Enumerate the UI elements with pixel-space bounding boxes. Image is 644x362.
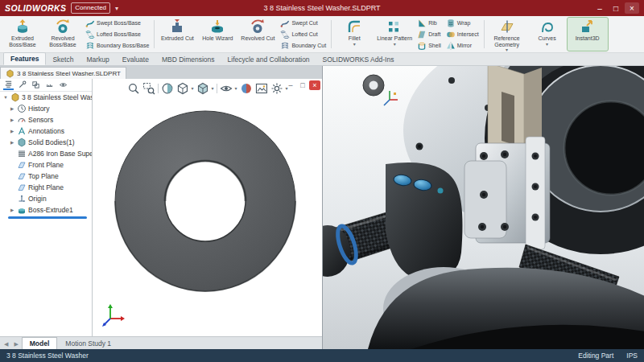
- intersect-button[interactable]: Intersect: [444, 29, 481, 39]
- rib-button[interactable]: Rib: [415, 18, 443, 28]
- maximize-button[interactable]: □: [609, 2, 623, 14]
- mirror-icon: [446, 41, 456, 51]
- wrap-button[interactable]: Wrap: [444, 18, 481, 28]
- doc-close-button[interactable]: ×: [309, 80, 320, 90]
- ribbon-tab-evaluate[interactable]: Evaluate: [116, 54, 155, 65]
- status-units[interactable]: IPS: [626, 352, 638, 360]
- tree-item-material[interactable]: ▶ A286 Iron Base Superalloy: [0, 148, 92, 159]
- instant3d-icon: [580, 19, 596, 35]
- display-style-icon[interactable]: [196, 82, 208, 95]
- configurationmanager-tab[interactable]: [31, 80, 41, 90]
- tab-scroll-right-icon[interactable]: ▶: [11, 341, 20, 349]
- lofted-cut-button[interactable]: Lofted Cut: [279, 29, 328, 39]
- graphics-viewport[interactable]: ▾ ▾ ▾ ▾ – □ ×: [93, 79, 322, 336]
- dropdown-caret-icon[interactable]: ▾: [191, 86, 193, 91]
- reference-geometry-button[interactable]: Reference Geometry ▾: [487, 18, 527, 51]
- history-icon: [17, 104, 27, 113]
- doc-restore-button[interactable]: □: [297, 80, 308, 90]
- expand-arrow-icon[interactable]: ▶: [9, 129, 15, 134]
- document-tab[interactable]: 3 8 Stainless Steel Washer.SLDPRT: [0, 67, 126, 79]
- tree-root[interactable]: ▼ 3 8 Stainless Steel Washer (test washe…: [0, 92, 92, 103]
- ribbon-tab-markup[interactable]: Markup: [80, 54, 115, 65]
- tree-item-solid-bodies[interactable]: ▶ Solid Bodies(1): [0, 137, 92, 148]
- tree-item-history[interactable]: ▶ History: [0, 103, 92, 114]
- expand-arrow-icon[interactable]: ▶: [9, 106, 15, 111]
- washer-model[interactable]: [93, 79, 322, 336]
- motion-study-tab[interactable]: Motion Study 1: [58, 337, 118, 349]
- minimize-button[interactable]: –: [592, 2, 607, 14]
- hole-wizard-button[interactable]: Hole Wizard: [197, 18, 237, 51]
- curves-button[interactable]: Curves ▾: [527, 18, 568, 51]
- dropdown-caret-icon[interactable]: ▾: [211, 86, 213, 91]
- pattern-group: Fillet ▾ Linear Pattern ▾ Rib Draft: [334, 18, 481, 51]
- expand-arrow-icon[interactable]: ▶: [9, 117, 15, 122]
- design-tree-tab[interactable]: [3, 80, 14, 90]
- solidworks-window: SOLIDWORKS Connected ▾ 3 8 Stainless Ste…: [0, 0, 644, 362]
- button-label: Fillet: [349, 35, 361, 42]
- expand-arrow-icon[interactable]: ▼: [2, 95, 9, 100]
- dropdown-caret-icon[interactable]: ▾: [394, 42, 396, 47]
- dropdown-caret-icon[interactable]: ▾: [235, 86, 237, 91]
- draft-button[interactable]: Draft: [415, 29, 443, 39]
- heads-up-view-toolbar: ▾ ▾ ▾ ▾: [123, 81, 291, 96]
- boundary-boss-base-button[interactable]: Boundary Boss/Base: [84, 40, 151, 51]
- extruded-cut-button[interactable]: Extruded Cut: [157, 18, 197, 51]
- button-label: Shell: [428, 43, 441, 49]
- boundary-cut-button[interactable]: Boundary Cut: [279, 40, 328, 51]
- doc-minimize-button[interactable]: –: [285, 80, 296, 90]
- fillet-button[interactable]: Fillet ▾: [334, 18, 374, 51]
- hide-show-items-icon[interactable]: [220, 82, 233, 95]
- propertymanager-tab[interactable]: [17, 80, 27, 90]
- ribbon-tab-sketch[interactable]: Sketch: [46, 54, 80, 65]
- dimxpertmanager-tab[interactable]: [44, 80, 55, 90]
- curves-icon: [539, 19, 555, 35]
- button-label: Curves: [539, 35, 556, 42]
- tree-item-front-plane[interactable]: ▶ Front Plane: [0, 159, 92, 171]
- ribbon-tab-lifecycle-collaboration[interactable]: Lifecycle and Collaboration: [221, 54, 316, 65]
- cut-small-column: Swept Cut Lofted Cut Boundary Cut: [278, 18, 328, 51]
- view-orientation-icon[interactable]: [175, 82, 188, 95]
- section-view-icon[interactable]: [160, 82, 173, 95]
- shell-button[interactable]: Shell: [415, 40, 443, 51]
- dropdown-caret-icon[interactable]: ▾: [546, 42, 548, 47]
- close-button[interactable]: ×: [625, 2, 639, 14]
- lofted-boss-base-button[interactable]: Lofted Boss/Base: [84, 29, 151, 39]
- view-settings-icon[interactable]: [270, 82, 283, 95]
- expand-arrow-icon[interactable]: ▶: [9, 208, 15, 212]
- swept-boss-base-button[interactable]: Swept Boss/Base: [84, 18, 151, 28]
- extruded-boss-base-icon: [14, 19, 31, 35]
- revolved-boss-base-button[interactable]: Revolved Boss/Base: [43, 18, 83, 51]
- document-tab-bar: 3 8 Stainless Steel Washer.SLDPRT: [0, 66, 322, 79]
- ribbon-tab-features[interactable]: Features: [3, 52, 46, 65]
- tree-item-annotations[interactable]: ▶ Annotations: [0, 125, 92, 137]
- zoom-fit-icon[interactable]: [126, 82, 139, 95]
- tree-item-right-plane[interactable]: ▶ Right Plane: [0, 182, 92, 193]
- instant3d-button[interactable]: Instant3D: [568, 18, 608, 51]
- menu-caret-icon[interactable]: ▾: [115, 5, 118, 12]
- tree-item-sensors[interactable]: ▶ Sensors: [0, 114, 92, 125]
- tab-scroll-left-icon[interactable]: ◀: [2, 341, 10, 349]
- edit-appearance-icon[interactable]: [240, 82, 253, 95]
- extruded-boss-base-button[interactable]: Extruded Boss/Base: [2, 18, 43, 51]
- swept-cut-button[interactable]: Swept Cut: [279, 18, 328, 28]
- mirror-button[interactable]: Mirror: [444, 40, 481, 51]
- intersect-icon: [446, 30, 456, 39]
- apply-scene-icon[interactable]: [255, 82, 268, 95]
- displaymanager-tab[interactable]: [58, 80, 68, 90]
- tree-item-top-plane[interactable]: ▶ Top Plane: [0, 171, 92, 182]
- dropdown-caret-icon[interactable]: ▾: [506, 47, 508, 52]
- tree-item-label: Right Plane: [28, 183, 64, 191]
- tree-item-origin[interactable]: ▶ Origin: [0, 193, 92, 204]
- status-editing-mode: Editing Part: [578, 352, 613, 360]
- dropdown-caret-icon[interactable]: ▾: [353, 42, 356, 47]
- model-tab[interactable]: Model: [22, 337, 58, 349]
- expand-arrow-icon[interactable]: ▶: [9, 140, 15, 145]
- ribbon-tab-solidworks-add-ins[interactable]: SOLIDWORKS Add-Ins: [316, 54, 401, 65]
- tree-item-boss-extrude1[interactable]: ▶ Boss-Extrude1: [0, 204, 92, 216]
- ribbon-tab-mbd-dimensions[interactable]: MBD Dimensions: [155, 54, 221, 65]
- zoom-to-area-icon[interactable]: [142, 82, 155, 95]
- rollback-bar[interactable]: [8, 216, 87, 219]
- linear-pattern-button[interactable]: Linear Pattern ▾: [374, 18, 415, 51]
- revolved-cut-button[interactable]: Revolved Cut: [237, 18, 278, 51]
- reference-geometry-icon: [499, 19, 515, 35]
